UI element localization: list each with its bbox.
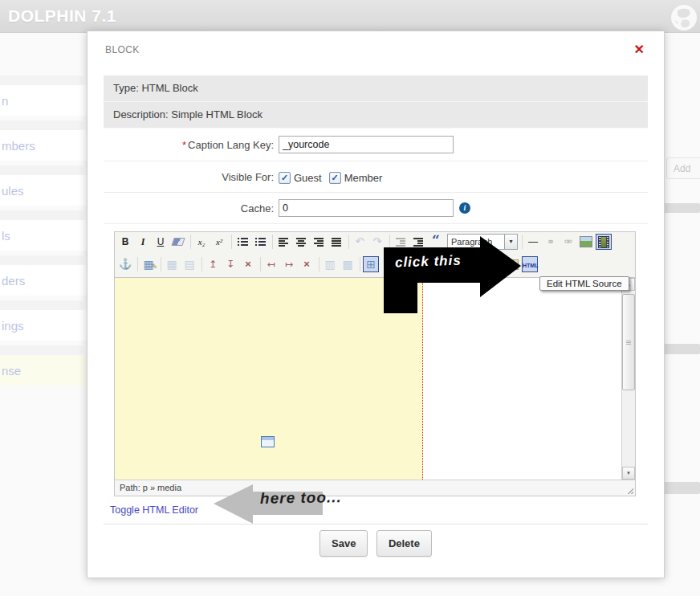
- cell-properties-button: ▤: [181, 256, 197, 272]
- undo-button: ↶: [352, 234, 368, 250]
- underline-button[interactable]: U: [153, 234, 169, 250]
- align-right-button[interactable]: [311, 234, 327, 250]
- unlink-icon: ⚮: [564, 236, 572, 247]
- anchor-button[interactable]: ⚓: [117, 256, 133, 272]
- table-properties-icon: ▦: [166, 258, 177, 271]
- align-left-button[interactable]: [275, 234, 291, 250]
- caption-lang-key-label-text: Caption Lang Key:: [188, 139, 274, 151]
- toolbar-separator: [190, 235, 191, 249]
- editor-scrollbar[interactable]: ▲ ▼: [621, 278, 635, 480]
- link-button: ⚭: [543, 234, 559, 250]
- col-after-button[interactable]: ↦: [281, 256, 297, 272]
- align-left-icon: [279, 238, 288, 247]
- align-justify-button[interactable]: [328, 234, 344, 250]
- row-before-button[interactable]: ↥: [205, 256, 221, 272]
- page: DOLPHIN 7.1 nmbersuleslsdersingsnse Add …: [0, 0, 700, 596]
- scroll-down-icon[interactable]: ▼: [622, 467, 635, 480]
- editor-content-area[interactable]: ▲ ▼: [115, 277, 635, 480]
- align-justify-icon: [332, 238, 341, 247]
- image-icon: [580, 236, 592, 247]
- close-icon[interactable]: ✕: [634, 42, 645, 57]
- underline-icon: U: [157, 236, 165, 247]
- align-right-icon: [314, 238, 324, 247]
- wysiwyg-editor: BIUx₂x²↶↷“Paragraph▾—⚭⚮ ⚓▦▦▤↥↧×↤↦×▥▩⊞HTM…: [114, 231, 636, 496]
- visible-for-options: ✓Guest✓Member: [279, 169, 389, 184]
- delete-row-button[interactable]: ×: [240, 256, 256, 272]
- scrollbar-thumb[interactable]: [622, 294, 635, 390]
- media-button[interactable]: [596, 234, 612, 250]
- caption-lang-key-label: *Caption Lang Key:: [104, 139, 279, 151]
- member-checkbox[interactable]: ✓Member: [329, 172, 383, 184]
- horizontal-rule-icon: —: [528, 236, 538, 247]
- toolbar-separator: [272, 235, 273, 249]
- italic-icon: I: [141, 236, 145, 247]
- remove-format-button[interactable]: [170, 234, 186, 250]
- click-this-annotation: click this: [395, 253, 462, 271]
- info-icon[interactable]: i: [459, 202, 470, 214]
- caption-lang-key-input[interactable]: [279, 136, 454, 153]
- media-placeholder-icon[interactable]: [261, 436, 275, 447]
- visible-for-label: Visible For:: [104, 171, 279, 183]
- delete-row-icon: ×: [245, 258, 251, 270]
- bold-icon: B: [122, 236, 129, 247]
- col-after-icon: ↦: [285, 259, 293, 270]
- checkbox-icon: ✓: [279, 172, 291, 184]
- toolbar-separator: [161, 257, 161, 271]
- scrollbar-track[interactable]: [622, 291, 635, 467]
- numbered-list-button[interactable]: [252, 234, 268, 250]
- edit-html-source-tooltip: Edit HTML Source: [539, 276, 629, 291]
- bold-button[interactable]: B: [117, 234, 133, 250]
- bullet-list-button[interactable]: [234, 234, 250, 250]
- delete-col-icon: ×: [303, 258, 310, 270]
- numbered-list-icon: [255, 238, 266, 246]
- row-before-icon: ↥: [209, 259, 217, 270]
- col-before-icon: ↤: [267, 259, 275, 270]
- caption-lang-key-row: *Caption Lang Key:: [104, 129, 648, 161]
- link-icon: ⚭: [547, 236, 555, 247]
- bullet-list-icon: [238, 238, 248, 246]
- cache-input[interactable]: [279, 199, 454, 217]
- required-asterisk: *: [182, 139, 186, 151]
- delete-col-button[interactable]: ×: [299, 256, 315, 272]
- row-after-button[interactable]: ↧: [222, 256, 238, 272]
- align-center-icon: [296, 238, 306, 247]
- checkbox-label: Member: [344, 172, 383, 184]
- col-before-button[interactable]: ↤: [263, 256, 279, 272]
- insert-table-icon: ▦: [143, 258, 153, 271]
- merge-cells-button: ▩: [340, 256, 356, 272]
- split-cells-icon: ▥: [324, 258, 335, 271]
- remove-format-icon: [171, 238, 185, 246]
- toggle-html-editor-link[interactable]: Toggle HTML Editor: [110, 504, 198, 516]
- save-button[interactable]: Save: [319, 530, 368, 557]
- align-center-button[interactable]: [293, 234, 309, 250]
- dialog-footer: Save Delete: [104, 524, 648, 557]
- italic-button[interactable]: I: [135, 234, 151, 250]
- guest-checkbox[interactable]: ✓Guest: [279, 172, 322, 184]
- type-row: Type: HTML Block: [104, 76, 648, 102]
- click-this-arrow: [376, 231, 528, 323]
- insert-table-button[interactable]: ▦: [140, 256, 157, 272]
- visual-aid-icon: ⊞: [366, 258, 376, 271]
- description-row: Description: Simple HTML Block: [104, 102, 648, 129]
- toolbar-separator: [319, 257, 319, 271]
- editor-status-bar: Path: p » media: [115, 480, 635, 496]
- toolbar-separator: [137, 257, 138, 271]
- table-properties-button: ▦: [164, 256, 180, 272]
- subscript-button[interactable]: x₂: [193, 234, 210, 250]
- toolbar-separator: [360, 257, 360, 271]
- dialog-header: BLOCK ✕: [88, 31, 664, 76]
- here-too-annotation: here too...: [260, 488, 342, 508]
- editor-toolbar-row2: ⚓▦▦▤↥↧×↤↦×▥▩⊞HTML: [115, 255, 635, 277]
- resize-grip[interactable]: [625, 486, 633, 494]
- image-button[interactable]: [578, 234, 594, 250]
- media-icon: [598, 236, 609, 248]
- anchor-icon: ⚓: [119, 258, 132, 270]
- toolbar-separator: [231, 235, 232, 249]
- superscript-button[interactable]: x²: [211, 234, 227, 250]
- toolbar-separator: [348, 235, 349, 249]
- delete-button[interactable]: Delete: [376, 530, 432, 557]
- cache-row: Cache: i: [104, 193, 648, 224]
- merge-cells-icon: ▩: [342, 258, 352, 271]
- dialog-title: BLOCK: [105, 44, 140, 55]
- cache-label: Cache:: [104, 202, 279, 214]
